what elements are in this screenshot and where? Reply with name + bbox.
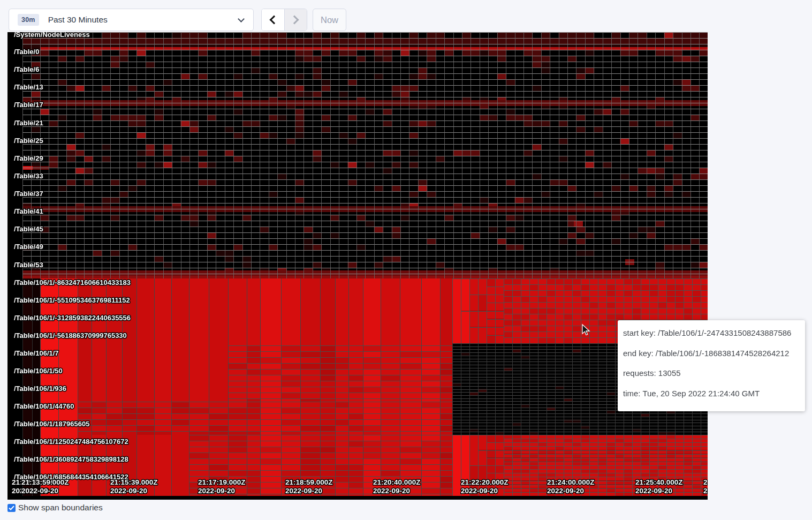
- next-window-button[interactable]: [284, 9, 307, 31]
- time-window-label: Past 30 Minutes: [48, 15, 108, 25]
- chevron-right-icon: [290, 16, 299, 25]
- hover-tooltip: start key: /Table/106/1/-247433150824388…: [618, 320, 805, 411]
- previous-window-button[interactable]: [262, 9, 284, 31]
- key-visualizer-canvas[interactable]: [7, 32, 708, 500]
- tooltip-requests: requests: 13055: [623, 368, 800, 378]
- tooltip-end-key: end key: /Table/106/1/-18683814745282642…: [623, 349, 800, 358]
- time-window-dropdown[interactable]: 30m Past 30 Minutes: [9, 9, 254, 31]
- checkbox-checked-icon[interactable]: [7, 504, 16, 512]
- tooltip-start-key: start key: /Table/106/1/-247433150824388…: [623, 328, 800, 337]
- mouse-cursor: [580, 323, 592, 336]
- key-visualizer: start key: /Table/106/1/-247433150824388…: [7, 32, 708, 500]
- chevron-down-icon: [238, 16, 245, 22]
- show-span-boundaries-control[interactable]: Show span boundaries: [7, 503, 103, 513]
- time-window-badge: 30m: [18, 14, 39, 26]
- now-button[interactable]: Now: [313, 9, 346, 31]
- time-nav-group: [261, 9, 307, 31]
- show-span-boundaries-label: Show span boundaries: [18, 503, 103, 513]
- chevron-left-icon: [269, 16, 278, 25]
- tooltip-time: time: Tue, 20 Sep 2022 21:24:40 GMT: [623, 389, 800, 398]
